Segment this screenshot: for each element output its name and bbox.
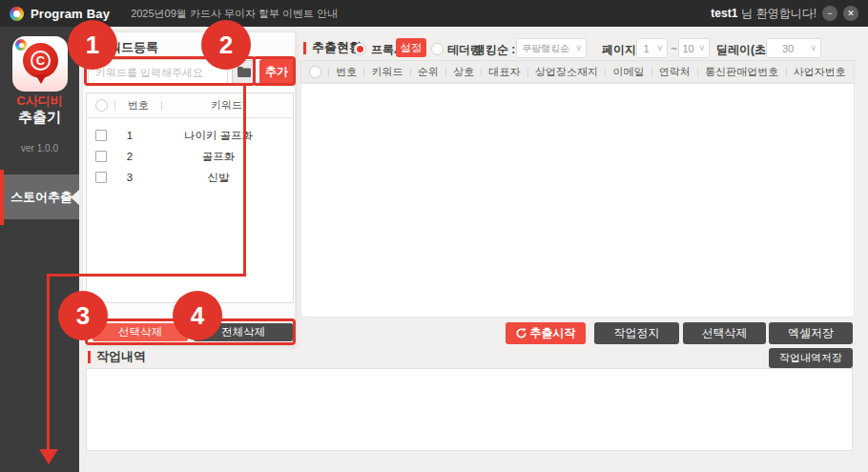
save-excel-button[interactable]: 엑셀저장 bbox=[769, 322, 853, 344]
proxy-radio[interactable] bbox=[354, 43, 366, 55]
chevron-down-icon: ∨ bbox=[698, 43, 705, 52]
results-column: 사업자번호 bbox=[794, 65, 846, 79]
title-accent-bar bbox=[303, 42, 306, 54]
keyword-row: 1 나이키 골프화 bbox=[87, 125, 293, 146]
start-extract-button[interactable]: 추출시작 bbox=[506, 322, 586, 344]
welcome-text: 님 환영합니다! bbox=[741, 6, 816, 22]
close-icon: ✕ bbox=[847, 9, 855, 18]
sidebar: C C사디비 추출기 ver 1.0.0 스토어추출 bbox=[0, 27, 79, 472]
results-table-header: 번호 키워드 순위 상호 대표자 상업장소재지 이메일 연락처 통신판매업번호 … bbox=[300, 60, 855, 84]
keyword-row-no: 3 bbox=[107, 172, 153, 183]
delete-selected-keywords-button[interactable]: 선택삭제 bbox=[93, 323, 188, 341]
keyword-row-keyword: 나이키 골프화 bbox=[153, 129, 284, 143]
balloon-pin-icon: C bbox=[23, 43, 58, 78]
username: test1 bbox=[711, 7, 737, 20]
keyword-row: 3 신발 bbox=[87, 167, 293, 188]
keyword-panel-title: 키워드등록 bbox=[88, 39, 158, 56]
notice-banner[interactable]: 2025년09월 카드사 무이자 할부 이벤트 안내 bbox=[131, 7, 338, 21]
delete-all-keywords-button[interactable]: 전체삭제 bbox=[194, 323, 293, 341]
keyword-row: 2 골프화 bbox=[87, 146, 293, 167]
programbay-logo-icon bbox=[10, 7, 24, 21]
app-window: Program Bay 2025년09월 카드사 무이자 할부 이벤트 안내 t… bbox=[0, 0, 868, 472]
history-log[interactable] bbox=[86, 368, 853, 451]
add-keyword-button[interactable]: 추가 bbox=[259, 59, 294, 85]
tethering-radio[interactable] bbox=[431, 43, 444, 55]
history-panel-title: 작업내역 bbox=[88, 348, 146, 365]
keyword-row-keyword: 신발 bbox=[153, 171, 284, 185]
keyword-row-checkbox[interactable] bbox=[95, 172, 107, 183]
programbay-mini-icon bbox=[15, 39, 27, 51]
results-column: 연락처 bbox=[659, 65, 691, 79]
stop-job-button[interactable]: 작업정지 bbox=[594, 322, 679, 344]
app-letter: C bbox=[31, 51, 51, 71]
folder-icon bbox=[238, 67, 251, 77]
delay-select[interactable]: 30 ∨ bbox=[766, 38, 821, 58]
app-version: ver 1.0.0 bbox=[0, 143, 79, 154]
keyword-table-header: 번호 키워드 bbox=[87, 93, 293, 118]
app-name: 추출기 bbox=[0, 109, 79, 127]
keyword-row-checkbox[interactable] bbox=[95, 130, 107, 141]
chevron-down-icon: ∨ bbox=[656, 43, 663, 52]
keyword-row-checkbox[interactable] bbox=[95, 151, 107, 162]
results-column: 통신판매업번호 bbox=[705, 65, 779, 79]
ranking-label: 랭킹순 : bbox=[474, 42, 515, 58]
column-keyword: 키워드 bbox=[169, 98, 284, 113]
refresh-icon bbox=[516, 328, 527, 339]
brand-name: Program Bay bbox=[31, 7, 110, 21]
keyword-table-body: 1 나이키 골프화 2 골프화 3 신발 bbox=[87, 118, 293, 188]
results-select-all-radio[interactable] bbox=[309, 66, 321, 78]
settings-button[interactable]: 설정 bbox=[396, 38, 426, 57]
results-column: 대표자 bbox=[488, 65, 520, 79]
sidebar-item-label: 스토어추출 bbox=[10, 189, 72, 206]
keyword-row-no: 1 bbox=[107, 130, 153, 141]
app-logo-icon: C bbox=[12, 36, 68, 92]
ranking-select[interactable]: 쿠팡랭킹순 ∨ bbox=[516, 38, 587, 58]
select-all-radio[interactable] bbox=[95, 99, 108, 112]
close-button[interactable]: ✕ bbox=[843, 6, 858, 21]
app-name-accent: C사디비 bbox=[0, 92, 79, 110]
results-column: 상업장소재지 bbox=[535, 65, 599, 79]
active-notch-icon bbox=[71, 190, 79, 205]
titlebar: Program Bay 2025년09월 카드사 무이자 할부 이벤트 안내 t… bbox=[0, 0, 868, 27]
keyword-row-no: 2 bbox=[107, 151, 153, 162]
page-range-tilde: ~ bbox=[671, 42, 677, 55]
extract-panel-title: 추출현황 bbox=[303, 39, 362, 56]
column-no: 번호 bbox=[122, 98, 155, 113]
minimize-button[interactable]: − bbox=[822, 6, 837, 21]
page-to-select[interactable]: 10 ∨ bbox=[678, 38, 710, 58]
chevron-down-icon: ∨ bbox=[575, 43, 582, 52]
user-area: test1 님 환영합니다! − ✕ bbox=[711, 6, 858, 22]
title-accent-bar bbox=[88, 42, 91, 54]
title-accent-bar bbox=[88, 351, 91, 363]
results-column: 순위 bbox=[418, 65, 439, 79]
sidebar-item-store-extract[interactable]: 스토어추출 bbox=[4, 174, 79, 219]
delete-selected-results-button[interactable]: 선택삭제 bbox=[683, 322, 766, 344]
open-file-button[interactable] bbox=[232, 60, 256, 84]
results-column: 키워드 bbox=[371, 65, 403, 79]
results-column: 상호 bbox=[453, 65, 474, 79]
results-column: 이메일 bbox=[612, 65, 644, 79]
results-table-body bbox=[300, 84, 855, 318]
keyword-input[interactable] bbox=[88, 59, 228, 85]
keyword-row-keyword: 골프화 bbox=[153, 150, 284, 164]
results-column: 번호 bbox=[336, 65, 357, 79]
page-from-select[interactable]: 1 ∨ bbox=[636, 38, 668, 58]
chevron-down-icon: ∨ bbox=[810, 43, 816, 52]
save-history-button[interactable]: 작업내역저장 bbox=[769, 348, 853, 368]
keyword-table: 번호 키워드 1 나이키 골프화 2 골프화 3 신발 bbox=[86, 92, 294, 303]
minimize-icon: − bbox=[827, 9, 832, 18]
